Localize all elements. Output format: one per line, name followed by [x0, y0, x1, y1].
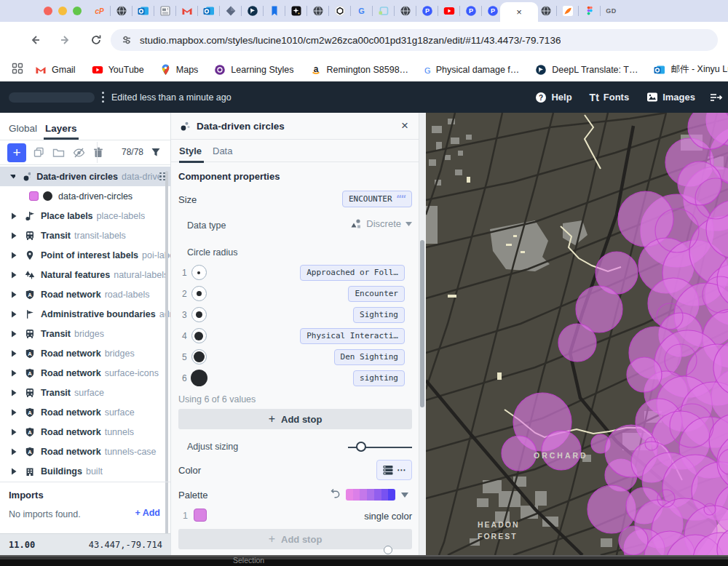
forward-icon[interactable]: [55, 30, 76, 50]
add-stop-button[interactable]: +Add stop: [178, 409, 412, 429]
expand-caret-icon[interactable]: [12, 448, 17, 455]
data-circle[interactable]: [542, 431, 581, 470]
layer-row[interactable]: ARoad networksurface: [0, 402, 171, 422]
pblue-tab-icon[interactable]: P: [421, 5, 433, 17]
window-close-button[interactable]: [44, 7, 52, 15]
globe-tab-icon[interactable]: [115, 5, 127, 17]
tab-data[interactable]: Data: [213, 146, 232, 156]
figma-tab-icon[interactable]: [583, 5, 596, 17]
bookmark-tab-icon[interactable]: [268, 5, 280, 17]
bookmark-amazon[interactable]: aRemington S8598…: [310, 64, 409, 76]
expand-caret-icon[interactable]: [12, 291, 17, 298]
pblue-tab-icon[interactable]: P: [486, 5, 499, 17]
layer-row-selected-child[interactable]: data-driven-circles: [0, 186, 171, 206]
hide-layer-icon[interactable]: [73, 147, 85, 162]
expand-caret-icon[interactable]: [12, 271, 17, 279]
tab-layers[interactable]: Layers: [45, 123, 77, 134]
expand-caret-icon[interactable]: [12, 232, 17, 239]
bookmark-deepl[interactable]: DeepL Translate: T…: [535, 64, 638, 76]
bookmark-google[interactable]: GPhysical damage f…: [424, 63, 519, 76]
reload-icon[interactable]: [86, 30, 106, 50]
youtube-tab-icon[interactable]: [443, 5, 455, 17]
expand-caret-icon[interactable]: [12, 409, 17, 416]
layer-row[interactable]: ARoad networktunnels-case: [0, 442, 171, 461]
mapbox-tab-icon[interactable]: [561, 5, 574, 17]
outlook-tab-icon[interactable]: [202, 5, 215, 17]
layer-row[interactable]: Buildingsbuilt: [0, 461, 171, 481]
color-stop-swatch[interactable]: [194, 509, 207, 522]
tab-global[interactable]: Global: [9, 123, 37, 134]
data-circle[interactable]: [627, 357, 662, 392]
cube-tab-icon[interactable]: [224, 5, 237, 17]
active-tab[interactable]: ×: [500, 2, 538, 22]
expand-caret-icon[interactable]: [12, 350, 17, 357]
add-color-stop-button[interactable]: +Add stop: [178, 529, 412, 549]
stop-value-button[interactable]: sighting: [353, 370, 405, 386]
style-name-pill[interactable]: [9, 92, 95, 103]
layer-row[interactable]: Point of interest labelspoi-labels: [0, 245, 171, 265]
site-settings-icon[interactable]: [121, 34, 132, 46]
stop-value-button[interactable]: Encounter: [348, 286, 405, 302]
expand-caret-icon[interactable]: [12, 429, 17, 436]
stop-value-button[interactable]: Den Sighting: [334, 349, 405, 365]
data-circle[interactable]: [678, 162, 721, 205]
size-value-button[interactable]: ENCOUNTER““: [342, 191, 412, 207]
undo-icon[interactable]: [330, 487, 341, 499]
layer-row[interactable]: Natural featuresnatural-labels: [0, 265, 171, 284]
globe-tab-icon[interactable]: [539, 5, 552, 17]
openai-tab-icon[interactable]: [333, 5, 346, 17]
layer-row[interactable]: ARoad networkbridges: [0, 343, 171, 363]
gmail-tab-icon[interactable]: [181, 5, 193, 17]
tab-close-icon[interactable]: ×: [516, 7, 522, 17]
globe-tab-icon[interactable]: [312, 5, 324, 17]
news-tab-icon[interactable]: [159, 5, 171, 17]
collapse-caret-icon[interactable]: [10, 174, 15, 179]
bookmark-gmail[interactable]: Gmail: [35, 64, 76, 76]
color-options-button[interactable]: ⋯: [376, 460, 412, 480]
expand-caret-icon[interactable]: [12, 252, 17, 259]
bookmark-purple[interactable]: Learning Styles: [214, 64, 293, 76]
expand-caret-icon[interactable]: [12, 311, 17, 318]
window-minimize-button[interactable]: [58, 7, 67, 15]
layer-row[interactable]: Transitbridges: [0, 324, 171, 343]
help-button[interactable]: ? Help: [535, 92, 571, 103]
frame-tab-icon[interactable]: [377, 5, 389, 17]
close-icon[interactable]: ×: [401, 119, 408, 133]
add-import-button[interactable]: + Add: [135, 508, 160, 518]
palette-chevron-icon[interactable]: [401, 493, 408, 498]
slider-thumb[interactable]: [356, 442, 366, 452]
layer-row[interactable]: ARoad networksurface-icons: [0, 363, 171, 383]
bookmark-maps[interactable]: Maps: [160, 64, 199, 76]
tab-style[interactable]: Style: [179, 146, 202, 156]
sidebar-scrollbar[interactable]: [165, 171, 168, 535]
window-zoom-button[interactable]: [73, 7, 82, 15]
layer-row[interactable]: ARoad networkroad-labels: [0, 284, 171, 304]
expand-caret-icon[interactable]: [12, 370, 17, 377]
tab-overflow-text[interactable]: GD: [605, 5, 617, 17]
drag-handle-icon[interactable]: [159, 172, 165, 181]
layer-row[interactable]: Place labelsplace-labels: [0, 206, 171, 226]
add-layer-button[interactable]: +: [7, 143, 26, 162]
google-tab-icon[interactable]: G: [355, 5, 368, 17]
stop-value-button[interactable]: Physical Interacti…: [300, 328, 405, 344]
style-menu-icon[interactable]: [102, 91, 104, 104]
apps-grid-icon[interactable]: [12, 63, 23, 77]
adjust-sizing-slider[interactable]: [348, 447, 412, 448]
stop-value-button[interactable]: Sighting: [353, 307, 405, 323]
layer-row[interactable]: Administrative boundariesadmin: [0, 304, 171, 324]
map-canvas[interactable]: ORCHARDHEADONFOREST: [426, 113, 728, 555]
data-circle[interactable]: [558, 324, 596, 362]
url-bar[interactable]: studio.mapbox.com/styles/lucine1010/cm2w…: [111, 29, 718, 51]
palette-gradient[interactable]: [346, 489, 395, 501]
bookmark-outlook[interactable]: 邮件 - Xinyu Lu -…: [654, 63, 728, 76]
pblue-tab-icon[interactable]: P: [464, 5, 477, 17]
delete-layer-icon[interactable]: [93, 147, 103, 161]
outlook-tab-icon[interactable]: [137, 5, 149, 17]
layer-row[interactable]: Transitsurface: [0, 383, 171, 402]
data-circle[interactable]: [619, 526, 648, 555]
fonts-button[interactable]: Tt Fonts: [590, 92, 630, 103]
images-button[interactable]: Images: [646, 92, 695, 103]
panel-scrollbar[interactable]: [420, 240, 424, 407]
stop-value-button[interactable]: Approached or Foll…: [300, 265, 405, 281]
layer-row[interactable]: Transittransit-labels: [0, 226, 171, 245]
